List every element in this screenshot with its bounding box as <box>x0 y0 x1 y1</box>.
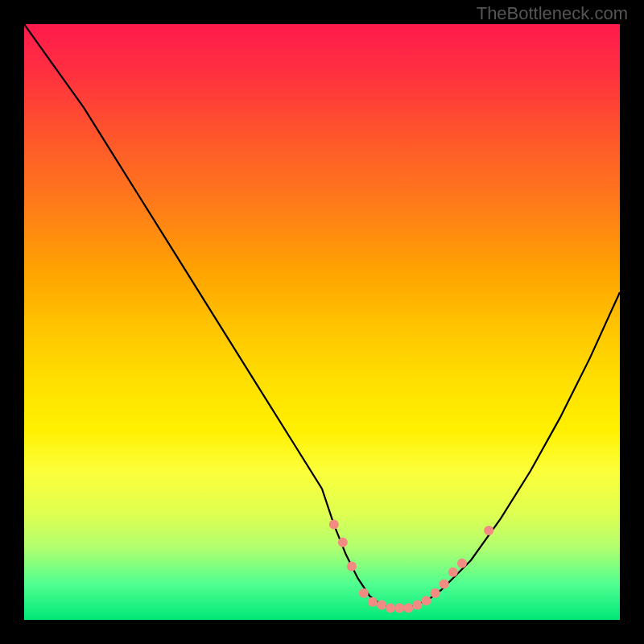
chart-marker-dot <box>347 561 357 571</box>
chart-marker-dot <box>359 588 369 598</box>
chart-marker-dot <box>403 603 413 613</box>
chart-curve <box>24 24 620 608</box>
chart-markers <box>329 520 493 613</box>
chart-svg <box>24 24 620 620</box>
chart-marker-dot <box>412 601 422 610</box>
chart-marker-dot <box>386 603 395 613</box>
watermark-text: TheBottleneck.com <box>477 3 628 24</box>
chart-marker-dot <box>377 601 386 610</box>
chart-marker-dot <box>457 559 467 568</box>
chart-plot-area <box>24 24 620 620</box>
chart-marker-dot <box>329 520 339 530</box>
chart-marker-dot <box>422 596 431 605</box>
chart-marker-dot <box>338 538 348 547</box>
chart-marker-dot <box>440 580 449 589</box>
chart-marker-dot <box>448 568 458 577</box>
chart-marker-dot <box>431 588 440 598</box>
chart-marker-dot <box>368 597 378 607</box>
chart-marker-dot <box>484 526 493 535</box>
chart-marker-dot <box>394 603 404 613</box>
